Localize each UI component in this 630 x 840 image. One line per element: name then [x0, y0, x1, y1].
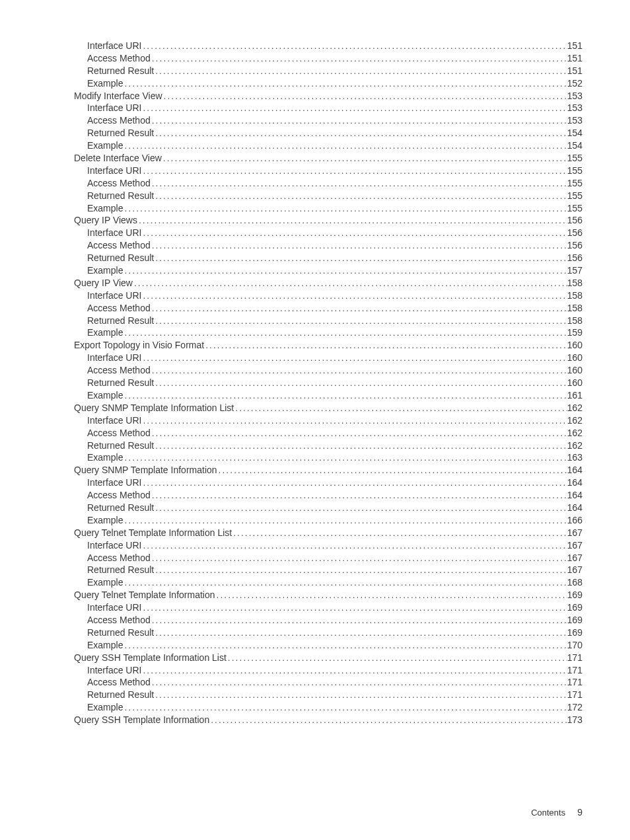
toc-entry[interactable]: Example.................................… — [48, 514, 582, 527]
toc-leader-dots: ........................................… — [137, 214, 567, 227]
toc-entry[interactable]: Returned Result.........................… — [48, 689, 582, 701]
toc-leader-dots: ........................................… — [141, 664, 567, 677]
toc-entry[interactable]: Example.................................… — [48, 451, 582, 464]
toc-entry[interactable]: Query SSH Template Information..........… — [48, 714, 582, 726]
toc-entry[interactable]: Returned Result.........................… — [48, 315, 582, 327]
toc-entry[interactable]: Query IP View...........................… — [48, 277, 582, 289]
toc-entry-page: 153 — [567, 102, 582, 114]
toc-entry[interactable]: Access Method...........................… — [48, 552, 582, 564]
toc-entry[interactable]: Returned Result.........................… — [48, 439, 582, 452]
toc-entry-title: Example — [87, 389, 123, 402]
page-container: Interface URI...........................… — [0, 0, 630, 840]
toc-entry[interactable]: Interface URI...........................… — [48, 40, 582, 52]
toc-leader-dots: ........................................… — [141, 289, 567, 302]
toc-leader-dots: ........................................… — [151, 614, 567, 627]
toc-entry[interactable]: Example.................................… — [48, 264, 582, 277]
toc-entry[interactable]: Returned Result.........................… — [48, 190, 582, 202]
toc-entry[interactable]: Example.................................… — [48, 389, 582, 402]
toc-entry-page: 155 — [567, 202, 582, 215]
toc-entry[interactable]: Access Method...........................… — [48, 676, 582, 689]
toc-entry[interactable]: Example.................................… — [48, 139, 582, 152]
toc-entry-title: Interface URI — [87, 102, 141, 114]
toc-entry[interactable]: Returned Result.........................… — [48, 127, 582, 139]
toc-entry[interactable]: Interface URI...........................… — [48, 352, 582, 364]
toc-entry[interactable]: Interface URI...........................… — [48, 539, 582, 552]
toc-entry[interactable]: Example.................................… — [48, 202, 582, 215]
toc-entry[interactable]: Query SNMP Template Information.........… — [48, 464, 582, 477]
toc-entry[interactable]: Interface URI...........................… — [48, 102, 582, 114]
toc-entry[interactable]: Returned Result.........................… — [48, 564, 582, 576]
toc-entry-page: 173 — [567, 714, 582, 726]
toc-entry-title: Interface URI — [87, 539, 141, 552]
toc-entry[interactable]: Access Method...........................… — [48, 489, 582, 502]
toc-entry-title: Interface URI — [87, 289, 141, 302]
toc-entry[interactable]: Interface URI...........................… — [48, 165, 582, 177]
toc-entry[interactable]: Access Method...........................… — [48, 239, 582, 252]
toc-leader-dots: ........................................… — [154, 502, 567, 514]
toc-entry[interactable]: Delete Interface View...................… — [48, 152, 582, 165]
toc-entry-page: 161 — [567, 389, 582, 402]
toc-entry[interactable]: Query Telnet Template Information.......… — [48, 589, 582, 601]
toc-entry-title: Access Method — [87, 239, 151, 252]
toc-entry[interactable]: Interface URI...........................… — [48, 289, 582, 302]
toc-entry[interactable]: Example.................................… — [48, 639, 582, 652]
toc-entry-title: Query Telnet Template Information — [74, 589, 215, 601]
toc-entry[interactable]: Interface URI...........................… — [48, 414, 582, 427]
toc-entry[interactable]: Example.................................… — [48, 326, 582, 339]
toc-entry[interactable]: Interface URI...........................… — [48, 601, 582, 614]
toc-entry[interactable]: Example.................................… — [48, 77, 582, 90]
toc-entry-title: Interface URI — [87, 227, 141, 239]
toc-entry-page: 167 — [567, 539, 582, 552]
toc-entry-page: 155 — [567, 177, 582, 190]
toc-entry-title: Returned Result — [87, 65, 154, 77]
toc-entry-page: 169 — [567, 614, 582, 627]
toc-entry[interactable]: Returned Result.........................… — [48, 502, 582, 514]
toc-entry[interactable]: Interface URI...........................… — [48, 664, 582, 677]
toc-leader-dots: ........................................… — [162, 152, 567, 165]
toc-leader-dots: ........................................… — [151, 302, 567, 315]
toc-entry[interactable]: Access Method...........................… — [48, 614, 582, 627]
toc-entry[interactable]: Query Telnet Template Information List..… — [48, 527, 582, 539]
toc-entry-title: Interface URI — [87, 40, 141, 52]
toc-entry[interactable]: Returned Result.........................… — [48, 377, 582, 389]
toc-entry[interactable]: Returned Result.........................… — [48, 252, 582, 264]
toc-entry[interactable]: Query SNMP Template Information List....… — [48, 402, 582, 414]
toc-entry[interactable]: Returned Result.........................… — [48, 65, 582, 77]
toc-entry-title: Returned Result — [87, 689, 154, 701]
toc-leader-dots: ........................................… — [141, 102, 567, 114]
toc-entry[interactable]: Access Method...........................… — [48, 114, 582, 127]
toc-entry-page: 169 — [567, 627, 582, 639]
toc-entry[interactable]: Access Method...........................… — [48, 364, 582, 377]
toc-entry-page: 154 — [567, 127, 582, 139]
toc-leader-dots: ........................................… — [151, 114, 567, 127]
toc-entry-title: Interface URI — [87, 352, 141, 364]
toc-entry[interactable]: Query IP Views..........................… — [48, 214, 582, 227]
toc-entry-page: 153 — [567, 114, 582, 127]
toc-entry[interactable]: Access Method...........................… — [48, 177, 582, 190]
toc-entry[interactable]: Access Method...........................… — [48, 427, 582, 439]
toc-entry[interactable]: Interface URI...........................… — [48, 477, 582, 489]
toc-entry[interactable]: Returned Result.........................… — [48, 627, 582, 639]
toc-entry-title: Example — [87, 451, 123, 464]
toc-entry-title: Access Method — [87, 177, 151, 190]
toc-entry[interactable]: Example.................................… — [48, 701, 582, 714]
toc-entry-page: 158 — [567, 315, 582, 327]
toc-entry[interactable]: Example.................................… — [48, 576, 582, 589]
toc-entry-title: Access Method — [87, 302, 151, 315]
toc-leader-dots: ........................................… — [154, 65, 567, 77]
toc-leader-dots: ........................................… — [154, 190, 567, 202]
toc-entry[interactable]: Modify Interface View...................… — [48, 90, 582, 102]
toc-leader-dots: ........................................… — [204, 339, 567, 352]
toc-leader-dots: ........................................… — [154, 127, 567, 139]
toc-entry-title: Returned Result — [87, 252, 154, 264]
toc-entry[interactable]: Query SSH Template Information List.....… — [48, 652, 582, 664]
toc-leader-dots: ........................................… — [141, 601, 567, 614]
toc-entry-title: Example — [87, 576, 123, 589]
toc-entry-page: 162 — [567, 402, 582, 414]
toc-entry[interactable]: Access Method...........................… — [48, 302, 582, 315]
toc-entry-title: Interface URI — [87, 477, 141, 489]
toc-entry[interactable]: Access Method...........................… — [48, 52, 582, 65]
toc-entry-title: Query Telnet Template Information List — [74, 527, 232, 539]
toc-entry[interactable]: Export Topology in Visio Format.........… — [48, 339, 582, 352]
toc-entry[interactable]: Interface URI...........................… — [48, 227, 582, 239]
